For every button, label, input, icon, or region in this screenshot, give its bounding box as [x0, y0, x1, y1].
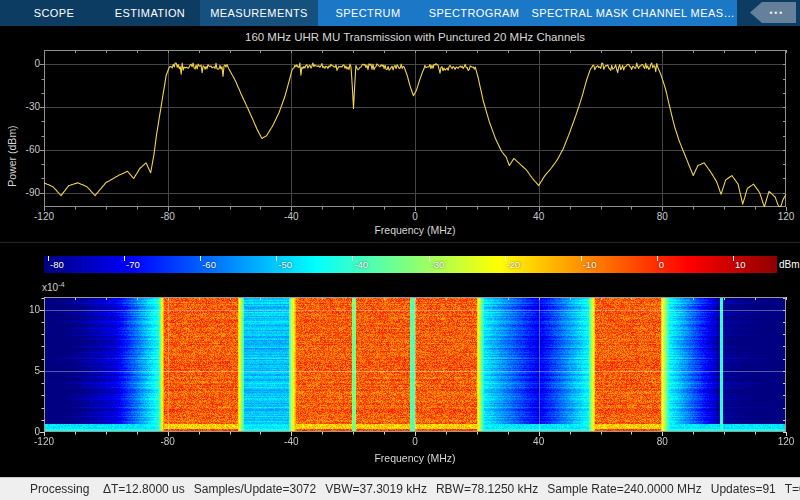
spectrogram-ticks: [40, 297, 787, 436]
spectrum-y-tick-label: -60: [12, 144, 40, 156]
toolstrip-spacer: ▪▪▪: [737, 0, 800, 26]
spectrogram-y-tick-label: 10: [12, 304, 40, 316]
spectrum-x-tick-label: -120: [24, 211, 64, 223]
spectrum-y-tick-label: 0: [12, 58, 40, 70]
spectrum-x-tick-label: 40: [519, 211, 559, 223]
tab-channel-meas[interactable]: CHANNEL MEAS…: [630, 0, 737, 26]
status-item: Sample Rate=240.0000 MHz: [547, 482, 701, 496]
spectrogram-plot-box: [45, 298, 786, 432]
status-bar: Processing ΔT=12.8000 usSamples/Update=3…: [0, 477, 800, 500]
status-item: Samples/Update=3072: [194, 482, 316, 496]
tab-estimation[interactable]: ESTIMATION: [100, 0, 200, 26]
spectrogram-x-tick-label: 40: [519, 436, 559, 448]
spectrum-panel: 160 MHz UHR MU Transmission with Punctur…: [0, 28, 800, 241]
tab-spectrogram[interactable]: SPECTROGRAM: [418, 0, 530, 26]
spectrum-x-tick-label: 120: [766, 211, 800, 223]
status-item: VBW=37.3019 kHz: [325, 482, 427, 496]
tab-scope[interactable]: SCOPE: [8, 0, 100, 26]
status-item: ΔT=12.8000 us: [103, 482, 185, 496]
spectrum-y-tick-label: -90: [12, 187, 40, 199]
spectrogram-y-tick-label: 0: [12, 426, 40, 438]
toolstrip-overflow-button[interactable]: ▪▪▪: [750, 2, 796, 23]
spectrogram-x-tick-label: -40: [271, 436, 311, 448]
status-item: RBW=78.1250 kHz: [436, 482, 538, 496]
tab-spectral-mask[interactable]: SPECTRAL MASK: [530, 0, 630, 26]
spectrogram-y-tick-label: 5: [12, 365, 40, 377]
status-item: T=0.00: [785, 482, 800, 496]
spectrum-x-axis-label: Frequency (MHz): [44, 224, 786, 236]
spectrum-x-tick-label: 0: [395, 211, 435, 223]
spectrum-x-tick-label: -40: [271, 211, 311, 223]
tab-measurements[interactable]: MEASUREMENTS: [200, 0, 318, 26]
spectrogram-x-tick-label: 80: [642, 436, 682, 448]
spectrum-ticks: [40, 50, 787, 211]
toolstrip-tab-bar: SCOPEESTIMATIONMEASUREMENTSSPECTRUMSPECT…: [0, 0, 800, 26]
spectrogram-x-tick-label: 0: [395, 436, 435, 448]
spectrum-plot-area[interactable]: [0, 28, 800, 241]
spectrum-x-tick-label: -80: [148, 211, 188, 223]
spectrogram-x-axis-label: Frequency (MHz): [44, 452, 786, 464]
status-item: Updates=91: [711, 482, 776, 496]
tab-spectrum[interactable]: SPECTRUM: [318, 0, 418, 26]
spectrogram-panel: -80-70-60-50-40-30-20-10010 dBm x10-4 Ti…: [0, 243, 800, 477]
spectrogram-x-tick-label: 120: [766, 436, 800, 448]
status-state-label: Processing: [30, 478, 89, 500]
spectrum-x-tick-label: 80: [642, 211, 682, 223]
spectrum-y-tick-label: -30: [12, 101, 40, 113]
spectrogram-x-tick-label: -80: [148, 436, 188, 448]
horizontal-ellipsis-icon: ▪▪▪: [770, 8, 785, 17]
status-info: ΔT=12.8000 usSamples/Update=3072VBW=37.3…: [103, 478, 800, 500]
